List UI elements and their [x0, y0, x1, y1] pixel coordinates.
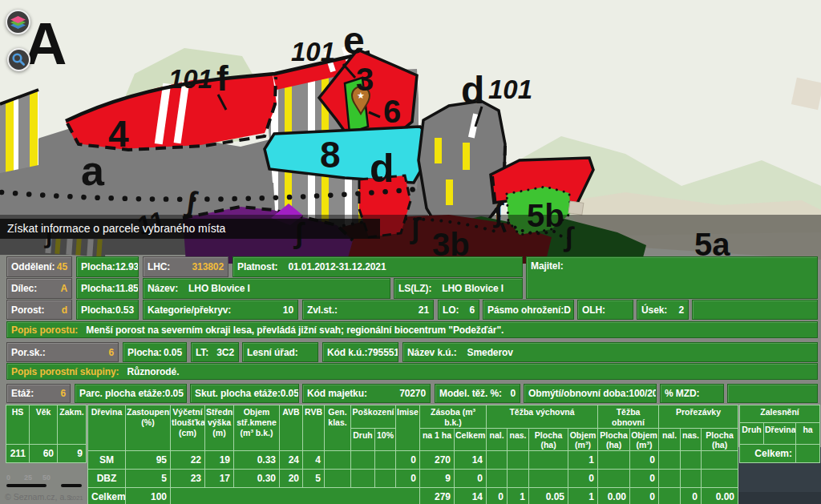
table-header: Imise — [396, 405, 420, 451]
table-cell — [351, 451, 375, 470]
table-header: RVB — [303, 405, 325, 451]
table-header: Zásoba (m³ b.k.) — [420, 405, 487, 429]
map-label: f — [216, 58, 229, 98]
field-label: Úsek: — [641, 304, 667, 316]
table-cell: 0 — [455, 470, 487, 488]
table-cell — [375, 451, 396, 470]
table-header: Plocha (ha) — [702, 428, 738, 451]
table-cell: 0.00 — [598, 488, 630, 504]
field-value: 6 — [108, 347, 114, 358]
layers-button[interactable] — [6, 10, 30, 34]
table-header: Plocha (ha) — [598, 428, 630, 451]
info-field-sek: Úsek:2 — [637, 300, 689, 320]
scale-tick: 0 — [6, 474, 10, 482]
table-header: Gen. klas. — [325, 405, 351, 451]
table-header: Střední výška (m) — [205, 405, 234, 451]
table-cell — [681, 470, 702, 488]
table-header: Těžba obnovní — [598, 405, 659, 429]
table-header: AVB — [280, 405, 303, 451]
info-field-kdmajetku: Kód majetku:70270 — [302, 384, 431, 403]
table-cell: 19 — [205, 451, 234, 470]
table-cell: 0 — [681, 488, 702, 504]
field-label: Parc. plocha etáže: — [79, 388, 165, 399]
field-label: LO: — [443, 304, 459, 316]
table-cell — [529, 470, 568, 488]
field-label: Platnost: — [237, 261, 277, 272]
table-cell — [796, 445, 820, 463]
map-label: d — [461, 69, 484, 111]
field-value: 6 — [469, 304, 475, 316]
info-field-kdk: Kód k.ú.:795551 — [322, 342, 398, 362]
field-value: 0.53 — [115, 304, 134, 316]
info-field-lhc: LHC:313802 — [143, 256, 229, 277]
info-field-nzev: Název:LHO Blovice I — [143, 278, 390, 299]
table-cell: 60 — [30, 445, 58, 463]
table-header: Těžba výchovná — [487, 405, 598, 429]
map-tooltip: Získat informace o parcele vybraného mís… — [0, 219, 380, 239]
table-cell: Celkem: — [88, 488, 126, 504]
info-field-platnost: Platnost:01.01.2012-31.12.2021 — [233, 256, 523, 277]
info-field-lslz: LS(LZ):LHO Blovice I — [394, 278, 523, 299]
table-cell — [702, 451, 738, 470]
search-button[interactable] — [7, 48, 30, 71]
table-cell: 1 — [568, 451, 598, 470]
info-field-dlec: Dílec:A — [6, 278, 72, 299]
field-label: Plocha: — [81, 283, 115, 294]
table-cell: 1 — [568, 488, 598, 504]
table-cell — [702, 470, 738, 488]
table-cell: 100 — [126, 488, 171, 504]
field-value: 313802 — [192, 261, 224, 272]
info-field-parcplochaete: Parc. plocha etáže:0.05 — [75, 384, 187, 403]
info-field-lesnad: Lesní úřad: — [242, 342, 318, 362]
table-cell — [351, 470, 375, 488]
field-label: Skut. plocha etáže: — [195, 388, 281, 399]
field-label: Kód k.ú.: — [327, 347, 367, 358]
info-field-lt: LT:3C2 — [191, 342, 239, 362]
info-field-plocha: Plocha:12.93 — [76, 256, 139, 277]
table-cell: Celkem: — [740, 445, 796, 463]
table-cell: 5 — [126, 470, 171, 488]
map-label: 4 — [108, 113, 129, 155]
stand-table-right: ZalesněníDruhDřevinahaCelkem: — [739, 405, 820, 463]
table-cell — [598, 470, 630, 488]
field-value: Smederov — [467, 347, 513, 358]
field-value: 0.05 — [165, 388, 184, 399]
table-cell: 279 — [420, 488, 455, 504]
table-cell: 9 — [420, 470, 455, 488]
scale-bar — [61, 484, 82, 487]
table-cell — [487, 451, 508, 470]
info-field-modelt%: Model. těž. %:0 — [435, 384, 520, 403]
field-label: % MZD: — [665, 388, 699, 399]
info-field-oddlen: Oddělení:45 — [6, 256, 72, 277]
yellow-dash — [446, 179, 453, 205]
map-label: 8 — [320, 134, 341, 175]
table-header: HS — [6, 405, 30, 445]
table-cell: DBZ — [88, 470, 126, 488]
stand-table-main: DřevinaZastoupení (%)Výčetní tloušťka (c… — [87, 405, 738, 504]
field-label: LS(LZ): — [398, 283, 431, 294]
field-value: d — [62, 304, 67, 316]
field-value: A — [60, 283, 67, 294]
table-header: Poškození — [351, 405, 396, 429]
map-label: 101 — [488, 75, 532, 104]
forestry-map-app: ★ A101f101e36d1014a8d5b3b5a11∫∫∫∫∫∫ 0 25… — [0, 0, 821, 504]
table-cell: 0.30 — [234, 470, 280, 488]
table-header: Celkem — [455, 428, 487, 451]
table-cell: 22 — [171, 451, 205, 470]
info-field-plocha: Plocha:0.53 — [76, 300, 139, 320]
table-cell: 0 — [396, 470, 420, 488]
field-label: Lesní úřad: — [247, 347, 298, 358]
table-cell: 14 — [455, 488, 487, 504]
field-value: 12.93 — [115, 261, 139, 272]
table-cell — [487, 470, 508, 488]
field-value: 0.05 — [281, 388, 299, 399]
scale-bar — [6, 484, 47, 487]
field-label: Plocha: — [81, 261, 115, 272]
table-header: nal. — [659, 428, 681, 451]
field-label: Plocha: — [81, 304, 115, 316]
table-cell: 14 — [455, 451, 487, 470]
table-cell — [375, 470, 396, 488]
map-label: a — [81, 147, 105, 194]
info-field-plocha: Plocha:0.05 — [123, 342, 187, 362]
building — [568, 201, 584, 215]
